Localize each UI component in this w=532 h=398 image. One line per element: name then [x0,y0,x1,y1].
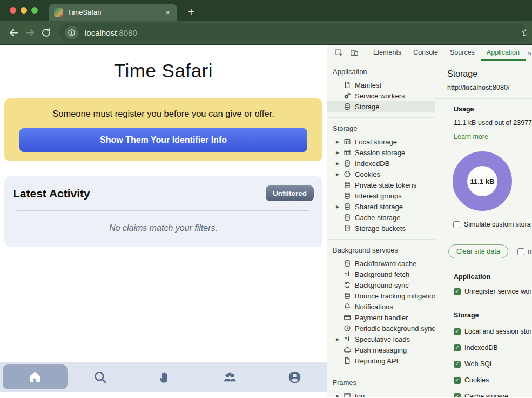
browser-tab[interactable]: TimeSafari × [49,4,177,21]
zoom-window-button[interactable] [31,7,38,14]
tree-item-background-sync[interactable]: Background sync [327,280,435,290]
registration-alert: Someone must register you before you can… [4,98,322,161]
device-toolbar-icon[interactable] [350,49,359,57]
tree-item-label: Service workers [355,92,405,100]
tree-item-payment-handler[interactable]: Payment handler [327,312,435,323]
database-icon [344,214,351,221]
sync-icon [344,281,351,289]
more-tabs-icon[interactable]: » [526,49,532,57]
devtools-tab-application[interactable]: Application [481,45,526,61]
tree-item-label: Cookies [355,170,380,178]
address-bar[interactable]: localhost:8080 [59,23,527,42]
page-title: Time Safari [0,60,327,82]
tree-section-storage: Storage▶Local storage▶Session storage▶In… [327,118,435,240]
nav-item-profile[interactable] [262,362,327,392]
tree-item-local-storage[interactable]: ▶Local storage [327,136,435,147]
tree-item-private-state-tokens[interactable]: Private state tokens [327,180,435,190]
clear-site-data-button[interactable]: Clear site data [448,244,508,258]
expander-arrow-icon[interactable]: ▶ [336,150,339,155]
tree-item-notifications[interactable]: Notifications [327,301,435,312]
tree-item-indexeddb[interactable]: ▶IndexedDB [327,158,435,169]
nav-item-home[interactable] [3,364,68,389]
tree-section-background-services: Background servicesBack/forward cacheBac… [327,240,435,372]
devtools-tabs: ElementsConsoleSourcesApplication [367,45,526,61]
storage-checkbox-row: ✓Web SQL [454,360,532,368]
people-icon [223,370,237,384]
bookmark-star-icon[interactable] [521,28,527,37]
show-identifier-info-button[interactable]: Show Them Your Identifier Info [19,128,307,152]
checkbox-label: Local and session stor [464,328,531,335]
checkbox-label: Web SQL [464,360,494,368]
tree-item-label: Background fetch [355,270,409,278]
tree-item-label: top [355,392,365,397]
tree-item-periodic-background-sync[interactable]: Periodic background sync [327,323,435,334]
storage-section-title: Storage [454,311,532,319]
checkbox-label: Unregister service wor [464,288,531,295]
tree-section-application: ApplicationManifestService workersStorag… [327,61,435,118]
tree-item-reporting-api[interactable]: Reporting API [327,355,435,366]
devtools-panel: ElementsConsoleSourcesApplication » Appl… [327,45,532,397]
checkbox-in[interactable] [517,248,524,255]
devtools-tab-sources[interactable]: Sources [444,45,481,61]
nav-item-search[interactable] [68,362,133,392]
tree-item-background-fetch[interactable]: Background fetch [327,269,435,280]
expander-arrow-icon[interactable]: ▶ [336,204,339,209]
tree-item-manifest[interactable]: Manifest [327,79,435,90]
devtools-detail: Storage http://localhost:8080/ Usage 11.… [435,61,532,397]
checkbox-local-and-session-stor[interactable]: ✓ [454,328,461,335]
database-icon [344,260,351,267]
unfiltered-button[interactable]: Unfiltered [266,185,314,201]
tree-item-top[interactable]: ▶top [327,390,435,397]
expander-arrow-icon[interactable]: ▶ [336,394,339,397]
tree-item-speculative-loads[interactable]: ▶Speculative loads [327,334,435,344]
expander-arrow-icon[interactable]: ▶ [336,337,339,342]
back-button[interactable] [5,24,22,41]
database-icon [344,103,351,110]
checkbox-web-sql[interactable]: ✓ [454,361,461,368]
browser-titlebar: TimeSafari × + [0,0,532,21]
tree-item-storage-buckets[interactable]: Storage buckets [327,223,435,234]
devtools-tab-elements[interactable]: Elements [367,45,407,61]
devtools-tab-console[interactable]: Console [407,45,444,61]
tree-item-cache-storage[interactable]: Cache storage [327,212,435,223]
tree-item-label: Cache storage [355,214,401,222]
learn-more-link[interactable]: Learn more [454,133,488,141]
new-tab-button[interactable]: + [188,6,194,21]
minimize-window-button[interactable] [21,7,27,14]
expander-arrow-icon[interactable]: ▶ [336,172,339,177]
reload-button[interactable] [38,24,54,41]
tree-item-bounce-tracking-mitigation[interactable]: Bounce tracking mitigation [327,290,435,301]
tree-item-push-messaging[interactable]: Push messaging [327,344,435,355]
nav-item-people[interactable] [197,362,262,392]
tree-item-shared-storage[interactable]: ▶Shared storage [327,201,435,212]
tree-item-label: Shared storage [355,203,403,211]
storage-checkbox-row: ✓IndexedDB [454,344,532,351]
traffic-lights [10,7,38,14]
cookie-icon [344,170,351,178]
checkbox-label: Cache storage [464,393,508,397]
checkbox-unregister-service-wor[interactable]: ✓ [454,288,461,295]
tree-item-session-storage[interactable]: ▶Session storage [327,147,435,158]
nav-item-hand[interactable] [133,362,198,392]
checkbox-cookies[interactable]: ✓ [454,377,461,384]
usage-text: 11.1 kB used out of 239779 [454,119,532,127]
forward-arrow-icon [25,28,35,38]
checkbox-cache-storage[interactable]: ✓ [454,393,461,397]
tree-item-interest-groups[interactable]: Interest groups [327,190,435,201]
inspect-element-icon[interactable] [335,49,344,57]
database-icon [344,160,351,167]
forward-button[interactable] [22,24,38,41]
tree-item-back-forward-cache[interactable]: Back/forward cache [327,258,435,269]
tree-item-cookies[interactable]: ▶Cookies [327,169,435,180]
tree-item-label: Interest groups [355,192,402,200]
checkbox-simulate-custom-stora[interactable] [453,221,460,228]
tab-close-icon[interactable]: × [164,8,172,17]
close-window-button[interactable] [10,7,16,14]
checkbox-indexeddb[interactable]: ✓ [454,344,461,351]
tree-item-storage[interactable]: Storage [327,101,435,112]
site-info-icon[interactable] [65,26,78,39]
tree-item-label: Back/forward cache [355,260,416,268]
expander-arrow-icon[interactable]: ▶ [336,140,339,144]
expander-arrow-icon[interactable]: ▶ [336,161,339,166]
tree-item-service-workers[interactable]: Service workers [327,90,435,101]
